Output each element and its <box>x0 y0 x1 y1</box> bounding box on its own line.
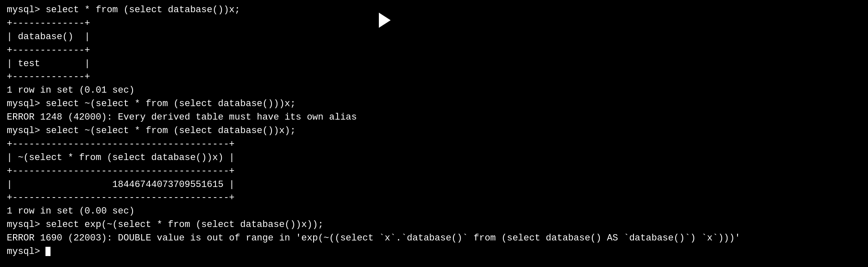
terminal-content: mysql> select * from (select database())… <box>7 3 861 259</box>
terminal-line: mysql> select * from (select database())… <box>7 3 861 17</box>
terminal-line: | test | <box>7 57 861 71</box>
terminal-line: mysql> select exp(~(select * from (selec… <box>7 218 861 232</box>
terminal-line: 1 row in set (0.00 sec) <box>7 205 861 218</box>
terminal-line: | 18446744073709551615 | <box>7 178 861 192</box>
terminal-cursor <box>45 247 51 256</box>
terminal-line: +-------------+ <box>7 44 861 57</box>
terminal-line: | database() | <box>7 30 861 44</box>
terminal-line: ERROR 1690 (22003): DOUBLE value is out … <box>7 232 861 245</box>
terminal-line: +---------------------------------------… <box>7 191 861 205</box>
terminal-line: +---------------------------------------… <box>7 138 861 151</box>
terminal-line: mysql> <box>7 245 861 259</box>
terminal-line: 1 row in set (0.01 sec) <box>7 84 861 97</box>
terminal-line: +-------------+ <box>7 17 861 30</box>
play-button[interactable] <box>379 13 391 28</box>
terminal-line: mysql> select ~(select * from (select da… <box>7 124 861 138</box>
terminal-line: mysql> select ~(select * from (select da… <box>7 97 861 111</box>
terminal-line: +---------------------------------------… <box>7 165 861 178</box>
terminal-line: +-------------+ <box>7 70 861 84</box>
terminal-line: | ~(select * from (select database())x) … <box>7 151 861 165</box>
terminal-line: ERROR 1248 (42000): Every derived table … <box>7 111 861 124</box>
terminal-window: mysql> select * from (select database())… <box>0 0 868 267</box>
